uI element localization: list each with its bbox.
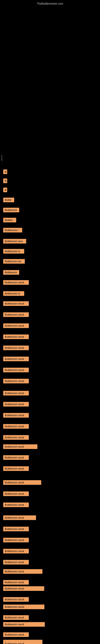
bottleneck-item-27: Bottleneck result [3, 444, 37, 449]
bottleneck-item-6: Bottlen [3, 218, 16, 222]
bottleneck-item-1: B [3, 170, 7, 174]
bottleneck-item-25: Bottleneck result [3, 424, 29, 429]
bottleneck-item-16: Bottleneck result [3, 324, 29, 328]
bottleneck-item-19: Bottleneck result [3, 356, 29, 361]
bottleneck-item-36: Bottleneck result [3, 549, 29, 554]
bottleneck-item-18: Bottleneck result [3, 346, 29, 350]
bottleneck-item-37: Bottleneck result [3, 560, 29, 564]
bottleneck-item-44: Bottleneck result [3, 622, 45, 627]
bottleneck-item-35: Bottleneck result [3, 538, 29, 542]
bottleneck-item-42: Bottleneck result [3, 604, 44, 609]
bottleneck-item-11: Bottleneck [3, 270, 19, 275]
bottleneck-item-5: Bottleneck [3, 208, 19, 212]
bottleneck-item-31: Bottleneck result [3, 492, 29, 496]
bottleneck-item-30: Bottleneck result [3, 480, 41, 485]
bottleneck-item-43: Bottleneck result [3, 615, 29, 620]
bottleneck-item-41: Bottleneck result [3, 597, 29, 602]
bottleneck-item-13: Bottleneck re [3, 291, 24, 296]
bottleneck-item-40: Bottleneck result [3, 586, 44, 591]
bottleneck-item-15: Bottleneck result [3, 312, 29, 317]
bottleneck-item-45: Bottleneck result [3, 632, 29, 637]
items-container: BBBBottleBottleneckBottlenBottleneck rBo… [0, 6, 100, 644]
bottleneck-item-39: Bottleneck result [3, 580, 29, 585]
bottleneck-item-33: Bottleneck result [3, 516, 36, 520]
bottleneck-item-7: Bottleneck r [3, 228, 22, 232]
bottleneck-item-2: B [3, 178, 7, 183]
bottleneck-item-47: Bottleneck result [3, 642, 29, 644]
bottleneck-item-23: Bottleneck result [3, 402, 29, 406]
bottleneck-item-17: Bottleneck result [3, 334, 29, 339]
bottleneck-item-34: Bottleneck result [3, 527, 29, 531]
bottleneck-item-38: Bottleneck result [3, 569, 42, 574]
bottleneck-item-9: Bottleneck re [3, 249, 24, 254]
bottleneck-item-14: Bottleneck result [3, 301, 29, 306]
bottleneck-item-32: Bottleneck result [3, 502, 29, 507]
bottleneck-item-28: Bottleneck result [3, 455, 29, 460]
bottleneck-item-8: Bottleneck resu [3, 239, 26, 244]
bottleneck-item-20: Bottleneck result [3, 368, 29, 372]
bottleneck-item-10: Bottleneck res [3, 259, 25, 264]
bottleneck-item-22: Bottleneck result [3, 391, 29, 396]
bottleneck-item-12: Bottleneck result [3, 280, 29, 285]
bottleneck-item-4: Bottle [3, 198, 14, 202]
bottleneck-item-26: Bottleneck result [3, 435, 29, 440]
bottleneck-item-24: Bottleneck result [3, 413, 29, 418]
bottleneck-item-29: Bottleneck result [3, 466, 29, 471]
bottleneck-item-21: Bottleneck result [3, 379, 29, 384]
bottleneck-item-3: B [3, 188, 7, 192]
site-title: TheBottlenecker.com [0, 0, 100, 6]
